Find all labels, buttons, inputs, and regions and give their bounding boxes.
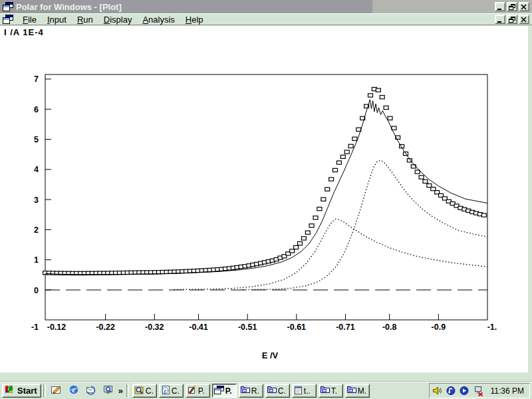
task-button-6-folder[interactable]: C.	[265, 384, 290, 398]
folder-icon	[347, 386, 356, 396]
data-point-marker	[384, 106, 388, 109]
menu-item-file[interactable]: File	[17, 15, 42, 25]
task-button-3-graphics-app[interactable]: P.	[186, 384, 210, 398]
svg-text:e: e	[164, 387, 167, 393]
data-point-marker	[388, 116, 392, 120]
taskbar: Start e » C.eC.P.P.R.C.t..T.M. 11:36 PM	[0, 382, 532, 399]
data-point-marker	[309, 224, 314, 227]
data-point-marker	[419, 176, 424, 179]
quick-launch-outlook-express[interactable]	[84, 384, 98, 398]
window-close-button[interactable]	[519, 2, 529, 11]
series-component-peak-1	[174, 219, 487, 290]
data-point-marker	[427, 184, 432, 187]
folder-icon	[241, 386, 250, 396]
mdi-minimize-button[interactable]	[495, 15, 505, 24]
series-experimental-current	[43, 87, 487, 275]
ie-document-icon: e	[161, 386, 170, 396]
system-tray: 11:36 PM	[429, 383, 530, 398]
menu-item-input[interactable]: Input	[42, 15, 72, 25]
graphics-app-icon	[188, 386, 197, 396]
close-icon	[521, 15, 527, 25]
media-player-2-icon[interactable]	[459, 385, 470, 396]
menu-item-help[interactable]: Help	[180, 15, 209, 25]
data-point-marker	[317, 207, 322, 211]
y-tick-label: 3	[34, 196, 39, 205]
y-tick-label: 0	[34, 286, 39, 295]
task-button-2-ie-document[interactable]: eC.	[159, 384, 184, 398]
task-button-1-search-folder[interactable]: C.	[132, 384, 157, 398]
quick-launch-internet-explorer[interactable]: e	[66, 384, 81, 398]
plot-client-area: I /A 1E-4 01234567-1-0.12-0.22-0.32-0.41…	[0, 26, 528, 372]
task-button-label: t..	[304, 386, 311, 396]
task-button-4-polar-app[interactable]: P.	[212, 384, 237, 398]
task-button-strip: C.eC.P.P.R.C.t..T.M.	[132, 384, 370, 398]
y-tick-label: 7	[34, 74, 39, 84]
task-button-9-folder[interactable]: M.	[345, 384, 370, 398]
y-tick-label: 6	[34, 105, 39, 114]
volume-icon[interactable]	[432, 385, 444, 396]
plot-frame	[45, 74, 487, 320]
data-point-marker	[481, 213, 486, 217]
task-button-label: R.	[251, 386, 259, 396]
x-tick-label: -0.12	[47, 323, 66, 332]
window-controls	[495, 2, 529, 11]
tray-clock: 11:36 PM	[491, 386, 524, 396]
media-player-icon[interactable]	[446, 385, 457, 396]
data-point-marker	[290, 249, 295, 253]
folder-icon	[267, 386, 277, 396]
quick-launch-bar: e	[49, 384, 116, 398]
series-raw-current-curve	[45, 100, 487, 275]
task-button-7-notepad[interactable]: t..	[292, 384, 317, 398]
task-button-label: C.	[146, 386, 154, 396]
menu-item-display[interactable]: Display	[98, 15, 138, 25]
data-point-marker	[301, 237, 306, 240]
show-desktop-icon	[51, 384, 63, 397]
x-tick-label: -0.71	[336, 323, 355, 332]
window-minimize-button[interactable]	[495, 2, 505, 11]
app-window: Polar for Windows - [Plot] FileInputRunD…	[0, 0, 532, 399]
quick-launch-show-desktop[interactable]	[49, 384, 64, 398]
data-point-marker	[423, 180, 428, 183]
data-point-marker	[431, 188, 436, 191]
x-tick-label: -0.51	[238, 323, 257, 332]
data-point-marker	[380, 96, 384, 99]
outlook-express-icon	[85, 384, 97, 397]
quick-launch-media-viewer[interactable]	[101, 384, 116, 398]
task-button-label: C.	[278, 386, 286, 396]
menu: FileInputRunDisplayAnalysisHelp	[17, 15, 209, 25]
menu-item-run[interactable]: Run	[72, 15, 98, 25]
window-title: Polar for Windows - [Plot]	[16, 2, 122, 12]
mdi-document-icon	[3, 15, 13, 24]
mdi-close-button[interactable]	[519, 15, 529, 24]
task-button-5-folder[interactable]: R.	[239, 384, 263, 398]
mdi-restore-button[interactable]	[507, 15, 517, 24]
y-tick-label: 2	[34, 225, 39, 235]
data-point-marker	[321, 198, 326, 201]
y-tick-label: 4	[34, 165, 39, 174]
data-point-marker	[340, 155, 345, 158]
app-icon	[3, 2, 13, 11]
network-offline-icon[interactable]	[472, 385, 483, 396]
notepad-icon	[294, 386, 303, 396]
x-tick-label: -0.61	[287, 323, 307, 332]
data-point-marker	[411, 165, 416, 168]
start-button[interactable]: Start	[2, 384, 41, 398]
data-point-marker	[329, 178, 334, 181]
data-point-marker	[325, 188, 330, 191]
minimize-icon	[497, 15, 503, 25]
data-point-marker	[313, 216, 318, 219]
menubar: FileInputRunDisplayAnalysisHelp	[0, 13, 532, 25]
data-point-marker	[333, 168, 338, 172]
task-button-8-folder[interactable]: T.	[319, 384, 343, 398]
task-button-label: P.	[198, 386, 205, 396]
x-tick-label: -0.8	[382, 323, 397, 332]
menu-item-analysis[interactable]: Analysis	[137, 15, 180, 25]
window-restore-button[interactable]	[507, 2, 517, 11]
task-button-label: T.	[331, 386, 337, 396]
data-point-marker	[348, 144, 353, 148]
x-axis-label: E /V	[262, 350, 279, 360]
titlebar[interactable]: Polar for Windows - [Plot]	[0, 0, 532, 13]
quick-launch-overflow-chevron[interactable]: »	[117, 386, 124, 396]
data-point-marker	[298, 242, 303, 245]
svg-text:e: e	[72, 385, 76, 394]
